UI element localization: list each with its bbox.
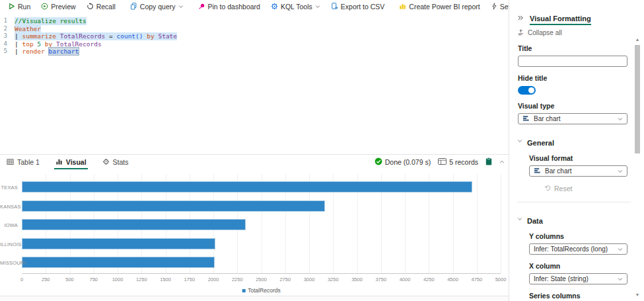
code-text: //Visualize results	[15, 17, 87, 25]
x-tick-label: 2500	[256, 277, 267, 282]
toolbar-button-kql-tools[interactable]: KQL Tools	[266, 0, 326, 13]
copy-icon	[130, 3, 137, 10]
tab-visual[interactable]: Visual	[55, 155, 87, 169]
visual-format-value: Bar chart	[545, 167, 572, 175]
chart-legend: TotalRecords	[242, 287, 281, 294]
results-tabbar: Table 1VisualStats Done (0.079 s) 5 reco…	[0, 155, 509, 169]
x-tick-label: 3750	[375, 277, 386, 282]
chevron-down-icon[interactable]	[517, 215, 522, 223]
code-line: 4| top 5 by TotalRecords	[0, 40, 509, 48]
collapse-panel-icon[interactable]	[517, 15, 524, 22]
tab-label: Stats	[113, 158, 129, 166]
records-label: 5 records	[449, 158, 478, 166]
visual-type-value: Bar chart	[534, 115, 561, 122]
bottom-strip	[0, 296, 509, 301]
panel-title: Visual Formatting	[530, 15, 591, 25]
line-number: 3	[0, 32, 15, 40]
bar-iowa	[22, 219, 246, 230]
series-columns-label: Series columns	[529, 292, 644, 300]
gridline	[477, 174, 478, 273]
toolbar-button-label: Run	[18, 3, 30, 11]
bar-chart: 0250500750100012501500175020002250250027…	[0, 169, 509, 301]
hide-title-label: Hide title	[518, 74, 644, 82]
collapse-all-label: Collapse all	[528, 29, 562, 36]
bar-chart-small-icon	[534, 167, 541, 175]
toolbar-button-create-power-bi-report[interactable]: Create Power BI report	[394, 0, 485, 13]
data-section: Data Y columns Infer: TotalRecords (long…	[509, 213, 644, 301]
export-icon	[331, 3, 338, 10]
x-tick-label: 2750	[279, 277, 291, 282]
code-line: 2Weather	[0, 25, 509, 33]
tab-table-1[interactable]: Table 1	[7, 155, 40, 169]
x-axis-line	[22, 273, 501, 274]
code-line: 3| summarize TotalRecords = count() by S…	[0, 32, 509, 40]
preview-icon	[41, 3, 48, 10]
chevron-down-icon[interactable]	[517, 137, 522, 145]
toolbar-button-recall[interactable]: Recall	[81, 0, 121, 13]
visual-type-label: Visual type	[518, 102, 644, 110]
x-tick-label: 500	[65, 277, 74, 282]
toolbar-button-export-to-csv[interactable]: Export to CSV	[326, 0, 390, 13]
toolbar-button-label: KQL Tools	[281, 3, 312, 11]
toolbar-button-run[interactable]: Run	[3, 0, 36, 13]
x-tick-label: 1000	[112, 277, 124, 282]
bar-texas	[22, 181, 472, 193]
x-tick-label: 2000	[208, 277, 219, 282]
toolbar-button-label: Create Power BI report	[409, 3, 480, 11]
general-section: General Visual format Bar chart Reset	[509, 135, 644, 193]
visual-format-label: Visual format	[529, 154, 644, 162]
collapse-results-icon[interactable]	[499, 158, 505, 166]
code-text: Weather	[15, 25, 41, 33]
scroll-down-icon[interactable]: ▼	[634, 292, 641, 297]
general-section-title: General	[527, 139, 554, 147]
query-done-status: Done (0.079 s)	[375, 157, 431, 167]
line-number: 4	[0, 40, 15, 48]
tab-stats[interactable]: Stats	[102, 155, 129, 169]
x-tick-label: 2250	[232, 277, 243, 282]
hide-title-toggle[interactable]	[518, 86, 536, 95]
x-column-value: Infer: State (string)	[534, 275, 589, 282]
tab-label: Table 1	[17, 158, 40, 166]
line-number: 5	[0, 48, 15, 56]
query-editor[interactable]: 1//Visualize results2Weather3| summarize…	[0, 14, 509, 153]
toolbar-button-label: Recall	[96, 3, 116, 11]
panel-scrollbar[interactable]	[635, 45, 640, 153]
visual-type-dropdown[interactable]: Bar chart	[518, 113, 627, 124]
general-reset-button[interactable]: Reset	[544, 185, 644, 193]
visual-format-dropdown[interactable]: Bar chart	[529, 165, 627, 177]
chevron-down-icon	[178, 4, 184, 9]
divider	[517, 202, 631, 202]
scroll-up-icon[interactable]: ▲	[634, 37, 641, 42]
chevron-down-icon	[618, 277, 623, 282]
title-input[interactable]	[518, 56, 627, 67]
line-number: 2	[0, 25, 15, 33]
y-columns-dropdown[interactable]: Infer: TotalRecords (long)	[529, 243, 627, 255]
x-tick-label: 1250	[136, 277, 147, 282]
x-tick-label: 250	[42, 277, 50, 282]
pin-icon	[198, 3, 205, 10]
collapse-all-button[interactable]: Collapse all	[517, 28, 644, 37]
legend-label: TotalRecords	[248, 287, 281, 294]
table-icon	[7, 158, 14, 167]
toolbar-button-preview[interactable]: Preview	[36, 0, 81, 13]
alert-icon	[491, 3, 497, 10]
copy-results-icon[interactable]	[485, 157, 492, 167]
code-line: 5| render barchart	[0, 48, 509, 56]
query-status: Done (0.079 s) 5 records	[375, 155, 505, 169]
code-line: 1//Visualize results	[0, 17, 509, 25]
undo-icon	[544, 185, 551, 193]
x-column-dropdown[interactable]: Infer: State (string)	[529, 273, 627, 284]
chevron-down-icon	[618, 247, 623, 252]
text-cursor	[79, 48, 79, 54]
toolbar-button-pin-to-dashboard[interactable]: Pin to dashboard	[193, 0, 266, 13]
x-tick-label: 4000	[400, 277, 411, 282]
chevron-down-icon	[618, 116, 623, 122]
y-columns-value: Infer: TotalRecords (long)	[534, 245, 608, 253]
gridline	[501, 174, 501, 273]
x-tick-label: 1500	[160, 277, 171, 282]
visual-formatting-panel: Visual Formatting Collapse all Title Hid…	[509, 0, 644, 301]
run-icon	[8, 3, 15, 10]
x-tick-label: 3500	[351, 277, 363, 282]
toolbar-button-copy-query[interactable]: Copy query	[125, 0, 189, 13]
code-text: | render barchart	[15, 48, 79, 56]
